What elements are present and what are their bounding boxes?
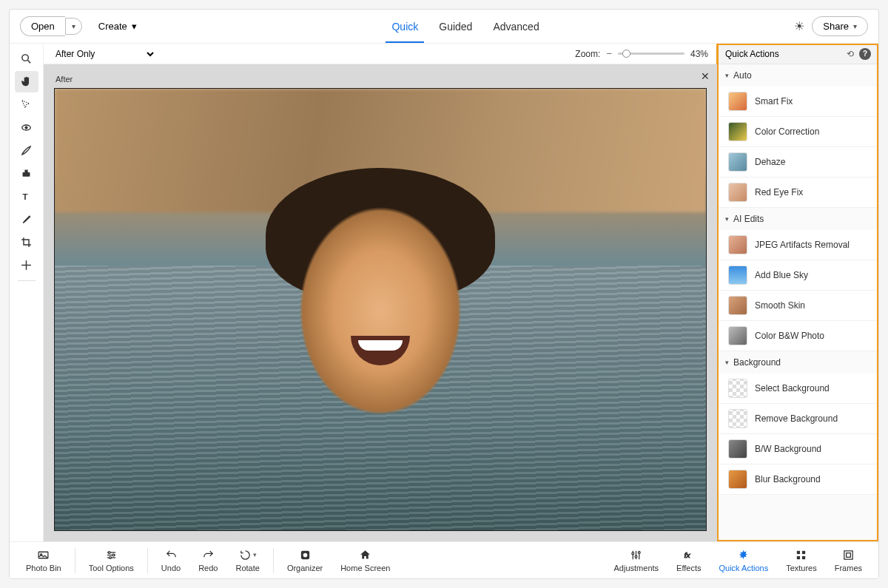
svg-point-14 (108, 551, 110, 553)
svg-rect-29 (802, 555, 805, 558)
action-remove-background[interactable]: Remove Background (718, 404, 878, 434)
close-icon[interactable]: ✕ (701, 70, 710, 82)
zoom-out-icon[interactable]: − (606, 48, 612, 59)
undo-button[interactable]: Undo (152, 549, 189, 572)
zoom-slider[interactable] (618, 53, 684, 55)
view-mode-select[interactable]: After Only (53, 48, 156, 60)
view-options-bar: After Only Zoom: − 43% (44, 44, 717, 64)
svg-text:fx: fx (684, 551, 691, 559)
svg-line-1 (28, 61, 31, 64)
text-tool-icon[interactable]: T (15, 186, 38, 207)
action-bw-background[interactable]: B/W Background (718, 434, 878, 464)
panel-title: Quick Actions (725, 49, 779, 59)
svg-point-24 (639, 551, 641, 553)
svg-point-15 (112, 554, 115, 556)
top-toolbar: Open ▾ Create▾ Quick Guided Advanced ☀ S… (10, 10, 878, 44)
svg-rect-28 (797, 555, 800, 558)
svg-point-23 (635, 555, 637, 558)
chevron-down-icon: ▾ (853, 22, 857, 30)
action-add-blue-sky[interactable]: Add Blue Sky (718, 260, 878, 291)
eyedropper-tool-icon[interactable] (15, 209, 38, 230)
svg-text:T: T (23, 192, 28, 201)
editor-center: After Only Zoom: − 43% ✕ After (44, 44, 717, 541)
quick-actions-panel: Quick Actions ⟲ ? ▾Auto Smart Fix Color … (717, 44, 878, 541)
panel-header: Quick Actions ⟲ ? (718, 44, 878, 64)
action-dehaze[interactable]: Dehaze (718, 147, 878, 178)
group-header-auto[interactable]: ▾Auto (718, 64, 878, 87)
chevron-down-icon: ▾ (725, 72, 729, 79)
share-button[interactable]: Share▾ (812, 16, 868, 36)
chevron-down-icon: ▾ (725, 359, 729, 366)
svg-point-18 (303, 552, 307, 557)
open-button-group: Open ▾ (20, 16, 82, 36)
svg-rect-5 (24, 170, 27, 173)
bottom-toolbar: Photo Bin Tool Options Undo Redo ▾Rotate… (10, 541, 878, 578)
quick-actions-button[interactable]: Quick Actions (710, 549, 778, 572)
action-smooth-skin[interactable]: Smooth Skin (718, 291, 878, 321)
action-color-bw-photo[interactable]: Color B&W Photo (718, 321, 878, 351)
svg-rect-31 (847, 552, 851, 557)
clone-tool-icon[interactable] (15, 163, 38, 184)
chevron-down-icon: ▾ (72, 22, 75, 30)
canvas-badge: After (56, 75, 73, 84)
action-color-correction[interactable]: Color Correction (718, 117, 878, 147)
redo-button[interactable]: Redo (189, 549, 226, 572)
zoom-slider-handle[interactable] (622, 50, 630, 58)
frames-button[interactable]: Frames (826, 549, 871, 572)
home-screen-button[interactable]: Home Screen (332, 549, 399, 572)
photo-bin-button[interactable]: Photo Bin (17, 549, 70, 572)
group-header-ai-edits[interactable]: ▾AI Edits (718, 208, 878, 230)
tab-advanced[interactable]: Advanced (493, 12, 539, 41)
selection-tool-icon[interactable] (15, 94, 38, 115)
help-icon[interactable]: ? (859, 48, 871, 60)
action-red-eye-fix[interactable]: Red Eye Fix (718, 178, 878, 208)
zoom-value: 43% (690, 49, 708, 59)
svg-rect-27 (802, 550, 805, 553)
mode-tabs: Quick Guided Advanced (391, 12, 539, 41)
reset-icon[interactable]: ⟲ (844, 48, 856, 60)
chevron-down-icon: ▾ (132, 21, 137, 32)
svg-point-0 (22, 55, 28, 61)
open-button[interactable]: Open (20, 16, 65, 36)
action-jpeg-artifacts-removal[interactable]: JPEG Artifacts Removal (718, 230, 878, 260)
hand-tool-icon[interactable] (15, 71, 38, 92)
tab-guided[interactable]: Guided (439, 12, 472, 41)
zoom-tool-icon[interactable] (15, 48, 38, 70)
svg-rect-30 (844, 550, 852, 558)
create-button[interactable]: Create▾ (98, 21, 137, 32)
tool-options-button[interactable]: Tool Options (80, 549, 143, 572)
textures-button[interactable]: Textures (777, 549, 826, 572)
rotate-button[interactable]: ▾Rotate (226, 549, 268, 572)
chevron-down-icon: ▾ (253, 551, 257, 558)
svg-rect-4 (23, 172, 30, 177)
theme-toggle-icon[interactable]: ☀ (794, 19, 804, 33)
adjustments-button[interactable]: Adjustments (605, 549, 668, 572)
image-canvas[interactable] (54, 88, 707, 531)
move-tool-icon[interactable] (15, 254, 38, 276)
brush-tool-icon[interactable] (15, 140, 38, 161)
panel-body: ▾Auto Smart Fix Color Correction Dehaze … (718, 64, 878, 541)
tab-quick[interactable]: Quick (391, 12, 418, 41)
action-smart-fix[interactable]: Smart Fix (718, 87, 878, 117)
svg-rect-26 (797, 550, 800, 553)
red-eye-tool-icon[interactable] (15, 117, 38, 138)
group-header-background[interactable]: ▾Background (718, 351, 878, 374)
svg-point-16 (109, 556, 111, 558)
svg-point-22 (632, 552, 634, 554)
chevron-down-icon: ▾ (725, 215, 729, 223)
svg-point-3 (25, 126, 27, 129)
effects-button[interactable]: fxEffects (667, 549, 710, 572)
zoom-label: Zoom: (575, 49, 600, 59)
organizer-button[interactable]: Organizer (278, 549, 332, 572)
tool-separator (18, 280, 36, 281)
canvas-area: ✕ After (44, 64, 717, 541)
action-select-background[interactable]: Select Background (718, 374, 878, 404)
crop-tool-icon[interactable] (15, 232, 38, 253)
open-dropdown-button[interactable]: ▾ (65, 18, 82, 35)
action-blur-background[interactable]: Blur Background (718, 464, 878, 495)
left-tool-strip: T (10, 44, 44, 541)
